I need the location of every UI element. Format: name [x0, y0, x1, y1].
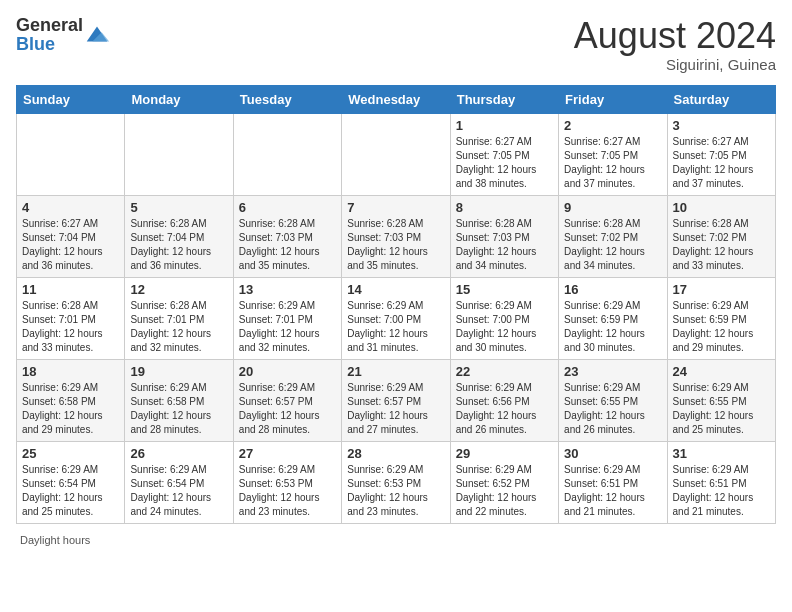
calendar-cell: 19Sunrise: 6:29 AM Sunset: 6:58 PM Dayli… [125, 359, 233, 441]
day-number: 1 [456, 118, 553, 133]
day-info: Sunrise: 6:29 AM Sunset: 6:51 PM Dayligh… [673, 463, 770, 519]
day-info: Sunrise: 6:28 AM Sunset: 7:03 PM Dayligh… [347, 217, 444, 273]
calendar-cell: 22Sunrise: 6:29 AM Sunset: 6:56 PM Dayli… [450, 359, 558, 441]
day-number: 2 [564, 118, 661, 133]
calendar-cell: 26Sunrise: 6:29 AM Sunset: 6:54 PM Dayli… [125, 441, 233, 523]
day-info: Sunrise: 6:29 AM Sunset: 6:55 PM Dayligh… [673, 381, 770, 437]
day-info: Sunrise: 6:28 AM Sunset: 7:02 PM Dayligh… [564, 217, 661, 273]
logo-blue: Blue [16, 34, 55, 54]
day-number: 9 [564, 200, 661, 215]
day-number: 19 [130, 364, 227, 379]
calendar-cell: 12Sunrise: 6:28 AM Sunset: 7:01 PM Dayli… [125, 277, 233, 359]
day-number: 8 [456, 200, 553, 215]
day-info: Sunrise: 6:29 AM Sunset: 6:59 PM Dayligh… [564, 299, 661, 355]
day-info: Sunrise: 6:28 AM Sunset: 7:03 PM Dayligh… [239, 217, 336, 273]
day-info: Sunrise: 6:29 AM Sunset: 7:00 PM Dayligh… [456, 299, 553, 355]
day-of-week-header: Wednesday [342, 85, 450, 113]
logo-icon [83, 21, 111, 49]
day-of-week-header: Thursday [450, 85, 558, 113]
calendar-cell [17, 113, 125, 195]
day-info: Sunrise: 6:28 AM Sunset: 7:04 PM Dayligh… [130, 217, 227, 273]
day-info: Sunrise: 6:29 AM Sunset: 6:52 PM Dayligh… [456, 463, 553, 519]
day-info: Sunrise: 6:27 AM Sunset: 7:05 PM Dayligh… [456, 135, 553, 191]
day-info: Sunrise: 6:29 AM Sunset: 6:54 PM Dayligh… [130, 463, 227, 519]
calendar-cell: 31Sunrise: 6:29 AM Sunset: 6:51 PM Dayli… [667, 441, 775, 523]
footer: Daylight hours [16, 534, 776, 546]
day-number: 6 [239, 200, 336, 215]
logo: General Blue [16, 16, 111, 54]
day-number: 31 [673, 446, 770, 461]
day-info: Sunrise: 6:27 AM Sunset: 7:04 PM Dayligh… [22, 217, 119, 273]
day-info: Sunrise: 6:29 AM Sunset: 6:57 PM Dayligh… [239, 381, 336, 437]
day-info: Sunrise: 6:28 AM Sunset: 7:01 PM Dayligh… [130, 299, 227, 355]
day-info: Sunrise: 6:29 AM Sunset: 6:58 PM Dayligh… [130, 381, 227, 437]
day-number: 30 [564, 446, 661, 461]
calendar-cell: 16Sunrise: 6:29 AM Sunset: 6:59 PM Dayli… [559, 277, 667, 359]
calendar-cell: 14Sunrise: 6:29 AM Sunset: 7:00 PM Dayli… [342, 277, 450, 359]
calendar-cell: 24Sunrise: 6:29 AM Sunset: 6:55 PM Dayli… [667, 359, 775, 441]
calendar-week-row: 18Sunrise: 6:29 AM Sunset: 6:58 PM Dayli… [17, 359, 776, 441]
calendar-cell: 7Sunrise: 6:28 AM Sunset: 7:03 PM Daylig… [342, 195, 450, 277]
day-info: Sunrise: 6:29 AM Sunset: 6:57 PM Dayligh… [347, 381, 444, 437]
day-number: 25 [22, 446, 119, 461]
calendar-cell: 1Sunrise: 6:27 AM Sunset: 7:05 PM Daylig… [450, 113, 558, 195]
day-info: Sunrise: 6:27 AM Sunset: 7:05 PM Dayligh… [673, 135, 770, 191]
day-number: 20 [239, 364, 336, 379]
day-info: Sunrise: 6:29 AM Sunset: 6:58 PM Dayligh… [22, 381, 119, 437]
day-number: 15 [456, 282, 553, 297]
day-of-week-header: Tuesday [233, 85, 341, 113]
day-info: Sunrise: 6:29 AM Sunset: 6:59 PM Dayligh… [673, 299, 770, 355]
calendar-cell: 20Sunrise: 6:29 AM Sunset: 6:57 PM Dayli… [233, 359, 341, 441]
day-info: Sunrise: 6:28 AM Sunset: 7:03 PM Dayligh… [456, 217, 553, 273]
day-info: Sunrise: 6:29 AM Sunset: 6:54 PM Dayligh… [22, 463, 119, 519]
title-block: August 2024 Siguirini, Guinea [574, 16, 776, 73]
calendar-cell: 25Sunrise: 6:29 AM Sunset: 6:54 PM Dayli… [17, 441, 125, 523]
calendar-cell: 6Sunrise: 6:28 AM Sunset: 7:03 PM Daylig… [233, 195, 341, 277]
day-of-week-header: Friday [559, 85, 667, 113]
calendar-table: SundayMondayTuesdayWednesdayThursdayFrid… [16, 85, 776, 524]
day-number: 12 [130, 282, 227, 297]
day-info: Sunrise: 6:29 AM Sunset: 7:00 PM Dayligh… [347, 299, 444, 355]
day-number: 29 [456, 446, 553, 461]
day-number: 27 [239, 446, 336, 461]
calendar-cell [233, 113, 341, 195]
day-number: 17 [673, 282, 770, 297]
day-number: 28 [347, 446, 444, 461]
calendar-cell: 9Sunrise: 6:28 AM Sunset: 7:02 PM Daylig… [559, 195, 667, 277]
location: Siguirini, Guinea [574, 56, 776, 73]
day-number: 16 [564, 282, 661, 297]
page-header: General Blue August 2024 Siguirini, Guin… [16, 16, 776, 73]
calendar-cell: 11Sunrise: 6:28 AM Sunset: 7:01 PM Dayli… [17, 277, 125, 359]
calendar-cell: 10Sunrise: 6:28 AM Sunset: 7:02 PM Dayli… [667, 195, 775, 277]
calendar-cell: 30Sunrise: 6:29 AM Sunset: 6:51 PM Dayli… [559, 441, 667, 523]
calendar-cell: 15Sunrise: 6:29 AM Sunset: 7:00 PM Dayli… [450, 277, 558, 359]
day-number: 10 [673, 200, 770, 215]
calendar-cell: 17Sunrise: 6:29 AM Sunset: 6:59 PM Dayli… [667, 277, 775, 359]
calendar-cell: 13Sunrise: 6:29 AM Sunset: 7:01 PM Dayli… [233, 277, 341, 359]
logo-text: General Blue [16, 16, 83, 54]
calendar-cell: 29Sunrise: 6:29 AM Sunset: 6:52 PM Dayli… [450, 441, 558, 523]
calendar-week-row: 4Sunrise: 6:27 AM Sunset: 7:04 PM Daylig… [17, 195, 776, 277]
day-number: 24 [673, 364, 770, 379]
day-info: Sunrise: 6:28 AM Sunset: 7:02 PM Dayligh… [673, 217, 770, 273]
day-number: 21 [347, 364, 444, 379]
calendar-cell: 28Sunrise: 6:29 AM Sunset: 6:53 PM Dayli… [342, 441, 450, 523]
calendar-cell: 27Sunrise: 6:29 AM Sunset: 6:53 PM Dayli… [233, 441, 341, 523]
day-header-row: SundayMondayTuesdayWednesdayThursdayFrid… [17, 85, 776, 113]
day-number: 14 [347, 282, 444, 297]
day-info: Sunrise: 6:28 AM Sunset: 7:01 PM Dayligh… [22, 299, 119, 355]
day-info: Sunrise: 6:29 AM Sunset: 6:53 PM Dayligh… [347, 463, 444, 519]
day-number: 11 [22, 282, 119, 297]
calendar-cell: 21Sunrise: 6:29 AM Sunset: 6:57 PM Dayli… [342, 359, 450, 441]
day-info: Sunrise: 6:29 AM Sunset: 6:51 PM Dayligh… [564, 463, 661, 519]
calendar-cell: 5Sunrise: 6:28 AM Sunset: 7:04 PM Daylig… [125, 195, 233, 277]
calendar-cell: 8Sunrise: 6:28 AM Sunset: 7:03 PM Daylig… [450, 195, 558, 277]
day-number: 18 [22, 364, 119, 379]
day-number: 23 [564, 364, 661, 379]
calendar-week-row: 25Sunrise: 6:29 AM Sunset: 6:54 PM Dayli… [17, 441, 776, 523]
day-info: Sunrise: 6:29 AM Sunset: 6:56 PM Dayligh… [456, 381, 553, 437]
calendar-week-row: 1Sunrise: 6:27 AM Sunset: 7:05 PM Daylig… [17, 113, 776, 195]
calendar-header: SundayMondayTuesdayWednesdayThursdayFrid… [17, 85, 776, 113]
day-info: Sunrise: 6:29 AM Sunset: 6:55 PM Dayligh… [564, 381, 661, 437]
day-of-week-header: Monday [125, 85, 233, 113]
